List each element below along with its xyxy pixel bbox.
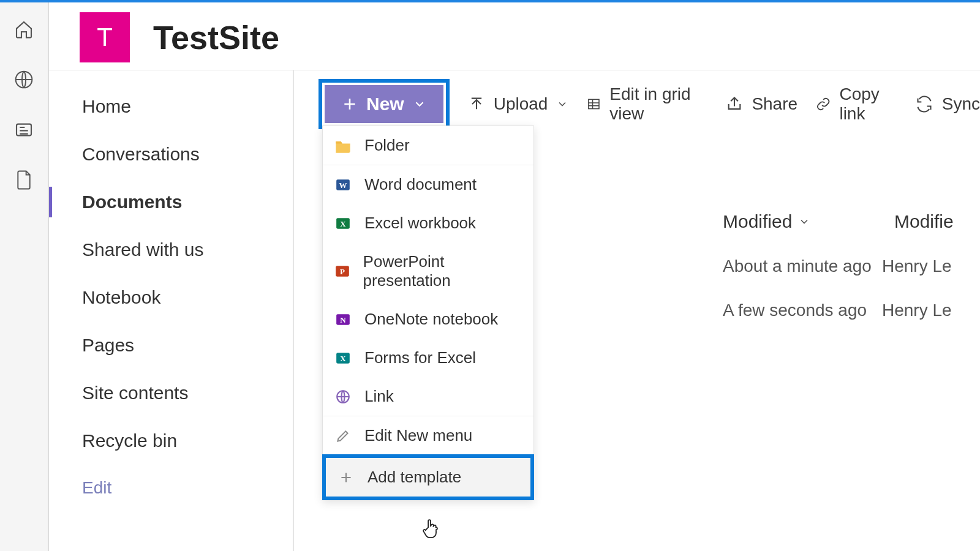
file-row[interactable]: About a minute ago Henry Le (723, 257, 980, 276)
main-area: T TestSite Home Conversations Documents … (49, 2, 980, 551)
menu-item-label: Forms for Excel (364, 348, 476, 367)
nav-item-notebook[interactable]: Notebook (49, 274, 293, 321)
new-menu: Folder W Word document X Excel workbook (322, 126, 534, 500)
file-list: Modified Modifie About a minute ago Henr… (723, 211, 980, 320)
sync-icon (915, 96, 933, 113)
share-button[interactable]: Share (726, 94, 797, 114)
nav-item-documents[interactable]: Documents (49, 178, 293, 226)
menu-item-label: OneNote notebook (364, 310, 498, 329)
menu-item-label: PowerPoint presentation (363, 252, 522, 290)
link-icon (816, 96, 831, 113)
menu-item-label: Folder (364, 136, 410, 155)
site-logo[interactable]: T (80, 12, 130, 62)
column-modified[interactable]: Modified (723, 211, 882, 232)
share-icon (726, 96, 743, 113)
column-modified-by[interactable]: Modifie (894, 211, 954, 232)
column-modified-label: Modified (723, 211, 792, 232)
document-icon[interactable] (14, 170, 34, 190)
powerpoint-icon: P (334, 262, 351, 280)
cell-modified: About a minute ago (723, 257, 882, 276)
sync-label: Sync (942, 94, 980, 114)
left-navigation: Home Conversations Documents Shared with… (49, 70, 294, 551)
pencil-icon (334, 427, 352, 445)
onenote-icon: N (334, 310, 352, 329)
menu-item-link[interactable]: Link (323, 377, 533, 416)
menu-item-label: Edit New menu (364, 426, 472, 445)
forms-icon: X (334, 349, 352, 367)
sync-button[interactable]: Sync (915, 94, 980, 114)
edit-grid-button[interactable]: Edit in grid view (587, 84, 707, 124)
link-icon (334, 388, 352, 406)
nav-item-site-contents[interactable]: Site contents (49, 369, 293, 417)
chevron-down-icon (556, 98, 568, 110)
menu-item-label: Add template (368, 468, 461, 487)
svg-text:X: X (340, 354, 346, 363)
plus-icon (337, 468, 355, 487)
cell-modified-by: Henry Le (882, 257, 952, 276)
menu-item-powerpoint[interactable]: P PowerPoint presentation (323, 242, 533, 300)
content-area: New Upload Edit in grid view (294, 70, 980, 551)
nav-item-recycle-bin[interactable]: Recycle bin (49, 417, 293, 465)
svg-text:W: W (339, 181, 347, 190)
share-label: Share (752, 94, 797, 114)
body-row: Home Conversations Documents Shared with… (49, 70, 980, 551)
nav-item-home[interactable]: Home (49, 83, 293, 130)
menu-item-label: Word document (364, 175, 477, 194)
menu-item-onenote[interactable]: N OneNote notebook (323, 300, 533, 339)
cell-modified-by: Henry Le (882, 301, 952, 320)
menu-item-word[interactable]: W Word document (323, 165, 533, 204)
nav-item-pages[interactable]: Pages (49, 321, 293, 369)
svg-text:N: N (340, 315, 346, 324)
new-button-label: New (366, 94, 404, 114)
excel-icon: X (334, 214, 352, 233)
plus-icon (342, 96, 358, 112)
svg-text:X: X (340, 219, 346, 228)
menu-item-folder[interactable]: Folder (323, 126, 533, 165)
command-bar: New Upload Edit in grid view (318, 79, 980, 129)
chevron-down-icon (798, 216, 810, 228)
svg-text:P: P (340, 267, 345, 276)
site-header: T TestSite (49, 2, 980, 70)
column-headers: Modified Modifie (723, 211, 980, 232)
news-icon[interactable] (14, 120, 34, 140)
site-logo-letter: T (97, 23, 113, 52)
upload-button[interactable]: Upload (468, 94, 569, 114)
menu-item-label: Excel workbook (364, 214, 476, 233)
menu-item-add-template[interactable]: Add template (322, 454, 534, 500)
copy-link-button[interactable]: Copy link (816, 84, 897, 124)
globe-icon[interactable] (14, 70, 34, 89)
cell-modified: A few seconds ago (723, 301, 882, 320)
upload-icon (468, 96, 485, 113)
site-title[interactable]: TestSite (153, 18, 279, 56)
menu-item-excel[interactable]: X Excel workbook (323, 204, 533, 242)
upload-label: Upload (494, 94, 548, 114)
nav-edit-link[interactable]: Edit (49, 465, 293, 511)
new-button-highlight: New (318, 79, 450, 129)
app-shell: T TestSite Home Conversations Documents … (0, 2, 980, 551)
svg-rect-2 (589, 99, 599, 108)
edit-grid-label: Edit in grid view (609, 84, 707, 124)
home-icon[interactable] (14, 20, 34, 39)
file-row[interactable]: A few seconds ago Henry Le (723, 301, 980, 320)
menu-item-edit-new-menu[interactable]: Edit New menu (323, 416, 533, 455)
nav-item-conversations[interactable]: Conversations (49, 130, 293, 178)
grid-icon (587, 96, 601, 113)
new-button[interactable]: New (325, 85, 443, 123)
word-icon: W (334, 176, 352, 194)
folder-icon (334, 137, 352, 155)
copy-link-label: Copy link (839, 84, 896, 124)
left-rail (0, 2, 49, 551)
chevron-down-icon (413, 97, 426, 111)
column-modified-by-label: Modifie (894, 211, 954, 231)
menu-item-forms[interactable]: X Forms for Excel (323, 339, 533, 377)
menu-item-label: Link (364, 387, 394, 406)
cursor-hand-icon (421, 518, 440, 542)
nav-item-shared[interactable]: Shared with us (49, 226, 293, 274)
